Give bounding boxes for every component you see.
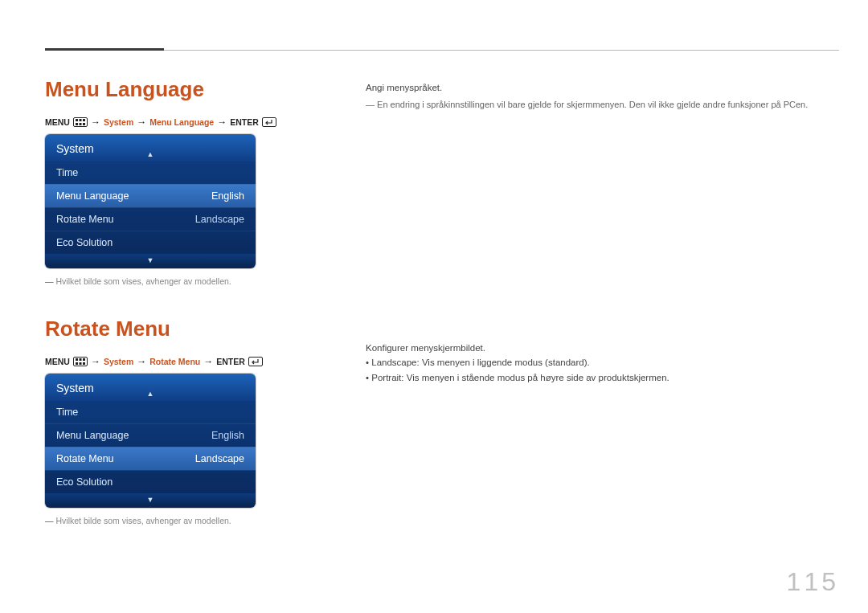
svg-rect-5 [83, 123, 85, 125]
osd-row[interactable]: Time [45, 161, 256, 184]
option-label: Portrait [371, 373, 401, 382]
osd-header: System ▲ [45, 134, 256, 161]
arrow-right-icon: → [91, 116, 100, 128]
breadcrumb-part: MENU [45, 117, 70, 127]
osd-body: Time Menu Language English Rotate Menu L… [45, 401, 256, 493]
description-block-1: Angi menyspråket. ― En endring i språkin… [366, 80, 839, 112]
osd-body: Time Menu Language English Rotate Menu L… [45, 161, 256, 254]
breadcrumb: MENU → System → Rotate Menu → ENTER [45, 356, 278, 367]
osd-row[interactable]: Rotate Menu Landscape [45, 447, 256, 470]
option-text: : Vis menyen i stående modus på høyre si… [401, 373, 669, 382]
osd-row[interactable]: Rotate Menu Landscape [45, 207, 256, 231]
breadcrumb-part: Rotate Menu [149, 357, 200, 366]
svg-rect-7 [79, 358, 81, 361]
osd-row-value: English [211, 190, 244, 202]
note-text: Hvilket bilde som vises, avhenger av mod… [56, 516, 231, 525]
section-rotate-menu: Rotate Menu MENU → System → Rotate Menu … [45, 317, 278, 525]
bullet-text: Portrait: Vis menyen i stående modus på … [371, 373, 669, 382]
svg-rect-2 [83, 119, 85, 121]
breadcrumb-part: ENTER [216, 357, 245, 366]
bullet-text: Landscape: Vis menyen i liggende modus (… [371, 358, 590, 367]
caret-down-icon: ▼ [147, 496, 154, 504]
note: ―Hvilket bilde som vises, avhenger av mo… [45, 276, 278, 286]
bullet-list: • Landscape: Vis menyen i liggende modus… [366, 355, 839, 385]
arrow-right-icon: → [203, 356, 213, 367]
caret-down-icon: ▼ [147, 256, 154, 264]
osd-row-value: Landscape [195, 453, 244, 464]
enter-icon [248, 357, 263, 366]
bullet-dot-icon: • [366, 373, 369, 382]
dash-icon: ― [366, 100, 375, 109]
bullet-item: • Landscape: Vis menyen i liggende modus… [366, 355, 839, 370]
osd-panel: System ▲ Time Menu Language English Rota… [45, 374, 256, 508]
header-rule [45, 50, 839, 51]
arrow-right-icon: → [137, 356, 146, 367]
breadcrumb-part: Menu Language [149, 117, 214, 127]
section-title: Rotate Menu [45, 317, 278, 341]
arrow-right-icon: → [217, 116, 227, 128]
svg-rect-11 [83, 362, 85, 365]
osd-row-value: Landscape [195, 214, 244, 225]
bullet-dot-icon: • [366, 358, 369, 367]
svg-rect-4 [79, 123, 81, 125]
svg-rect-6 [76, 358, 78, 361]
osd-row-label: Rotate Menu [56, 214, 114, 225]
osd-panel: System ▲ Time Menu Language English Rota… [45, 134, 256, 268]
paragraph-text: En endring i språkinnstillingen vil bare… [377, 100, 808, 109]
paragraph: Angi menyspråket. [366, 80, 839, 95]
description-block-2: Konfigurer menyskjermbildet. • Landscape… [366, 341, 839, 385]
osd-row[interactable]: Eco Solution [45, 231, 256, 254]
arrow-right-icon: → [91, 356, 100, 367]
osd-row-label: Eco Solution [56, 237, 113, 248]
svg-rect-3 [76, 123, 78, 125]
osd-row-label: Menu Language [56, 190, 129, 202]
osd-row-label: Rotate Menu [56, 453, 114, 464]
osd-row[interactable]: Menu Language English [45, 184, 256, 207]
osd-title: System [56, 142, 94, 155]
option-label: Landscape [371, 358, 416, 367]
header-rule-thick [45, 48, 164, 51]
breadcrumb-part: MENU [45, 357, 70, 366]
note: ―Hvilket bilde som vises, avhenger av mo… [45, 516, 278, 525]
section-title: Menu Language [45, 77, 278, 102]
option-text: : Vis menyen i liggende modus (standard)… [417, 358, 590, 367]
svg-rect-8 [83, 358, 85, 361]
osd-row-label: Menu Language [56, 430, 129, 441]
osd-row-label: Time [56, 407, 78, 418]
osd-row-label: Time [56, 167, 78, 178]
paragraph: Konfigurer menyskjermbildet. [366, 341, 839, 355]
paragraph: ― En endring i språkinnstillingen vil ba… [366, 98, 839, 112]
enter-icon [262, 117, 276, 127]
menu-icon [73, 117, 88, 127]
dash-icon: ― [45, 276, 54, 286]
osd-footer: ▼ [45, 493, 256, 508]
svg-rect-9 [76, 362, 78, 365]
arrow-right-icon: → [137, 116, 146, 128]
breadcrumb: MENU → System → Menu Language → ENTER [45, 116, 278, 128]
bullet-item: • Portrait: Vis menyen i stående modus p… [366, 370, 839, 385]
menu-icon [73, 357, 88, 366]
svg-rect-0 [76, 119, 78, 121]
breadcrumb-part: System [104, 117, 133, 127]
osd-row-value: English [211, 430, 244, 441]
caret-up-icon: ▲ [147, 390, 154, 398]
breadcrumb-part: ENTER [230, 117, 259, 127]
svg-rect-1 [79, 119, 81, 121]
breadcrumb-part: System [104, 357, 133, 366]
osd-header: System ▲ [45, 374, 256, 401]
dash-icon: ― [45, 516, 54, 525]
osd-row[interactable]: Eco Solution [45, 470, 256, 493]
page-number: 115 [787, 567, 839, 597]
osd-row-label: Eco Solution [56, 476, 113, 488]
caret-up-icon: ▲ [147, 150, 154, 158]
osd-row[interactable]: Menu Language English [45, 423, 256, 447]
svg-rect-10 [79, 362, 81, 365]
note-text: Hvilket bilde som vises, avhenger av mod… [56, 276, 231, 286]
osd-title: System [56, 382, 94, 394]
osd-footer: ▼ [45, 254, 256, 268]
section-menu-language: Menu Language MENU → System → Menu Langu… [45, 77, 278, 286]
osd-row[interactable]: Time [45, 401, 256, 423]
